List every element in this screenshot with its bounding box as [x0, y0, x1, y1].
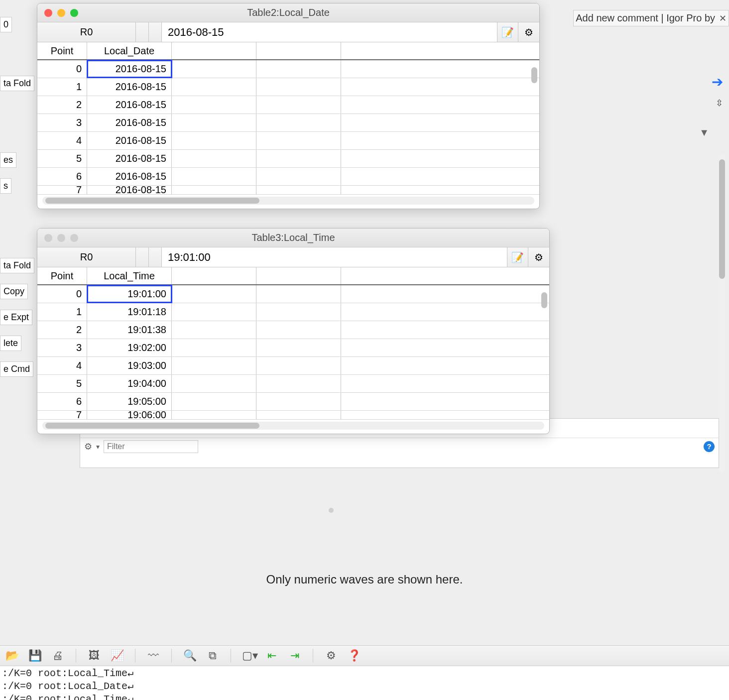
resize-knob[interactable]	[329, 508, 334, 513]
picture-icon[interactable]: 🖼	[87, 649, 101, 662]
cell-blank[interactable]	[172, 78, 256, 96]
cell-value[interactable]: 2016-08-15	[87, 186, 172, 194]
row-index[interactable]: 2	[37, 96, 87, 114]
cell-value[interactable]: 19:03:00	[87, 357, 172, 374]
cell-blank[interactable]	[172, 60, 256, 78]
row-index[interactable]: 0	[37, 285, 87, 303]
row-index[interactable]: 2	[37, 321, 87, 339]
header-blank[interactable]	[341, 42, 539, 59]
scrollbar-thumb[interactable]	[45, 198, 259, 204]
formula-bar[interactable]: 19:01:00	[162, 247, 507, 267]
cell-value[interactable]: 19:01:00	[87, 285, 172, 303]
row-index[interactable]: 1	[37, 303, 87, 321]
cell-blank[interactable]	[172, 411, 256, 419]
cell-blank[interactable]	[172, 132, 256, 149]
cell-value[interactable]: 19:04:00	[87, 375, 172, 392]
cell-blank[interactable]	[341, 186, 539, 194]
cell-blank[interactable]	[256, 96, 341, 114]
cell-blank[interactable]	[341, 96, 539, 114]
back-icon[interactable]: ⇤	[265, 649, 279, 662]
cell-blank[interactable]	[256, 60, 341, 78]
horizontal-scrollbar[interactable]	[42, 422, 544, 430]
cell-blank[interactable]	[256, 375, 341, 392]
cell-blank[interactable]	[172, 303, 256, 321]
cell-blank[interactable]	[341, 303, 549, 321]
cell-blank[interactable]	[341, 375, 549, 392]
header-blank[interactable]	[256, 267, 341, 284]
left-button[interactable]: ta Fold	[0, 76, 34, 91]
cell-blank[interactable]	[256, 114, 341, 131]
cell-reference[interactable]: R0	[37, 22, 136, 42]
gear-icon[interactable]: ⚙	[528, 247, 549, 267]
left-button[interactable]: e Cmd	[0, 361, 33, 377]
scrollbar-thumb[interactable]	[719, 159, 725, 279]
cell-blank[interactable]	[172, 168, 256, 185]
cell-blank[interactable]	[256, 303, 341, 321]
close-window-icon[interactable]	[44, 234, 52, 242]
cell-blank[interactable]	[256, 168, 341, 185]
left-button[interactable]: 0	[0, 17, 12, 32]
header-point[interactable]: Point	[37, 42, 87, 59]
left-button[interactable]: Copy	[0, 284, 28, 299]
help-icon[interactable]: ?	[704, 441, 715, 452]
forward-arrow-icon[interactable]: ➔	[712, 74, 723, 90]
panel-icon[interactable]: ▢▾	[242, 649, 256, 662]
cell-blank[interactable]	[256, 411, 341, 419]
cell-blank[interactable]	[256, 357, 341, 374]
row-index[interactable]: 6	[37, 393, 87, 410]
stepper-icon[interactable]: ⇳	[716, 98, 723, 109]
header-blank[interactable]	[256, 42, 341, 59]
row-index[interactable]: 0	[37, 60, 87, 78]
minimize-window-icon[interactable]	[57, 9, 65, 17]
dropdown-icon[interactable]: ▾	[96, 443, 100, 451]
row-index[interactable]: 7	[37, 186, 87, 194]
cell-blank[interactable]	[256, 393, 341, 410]
cell-blank[interactable]	[341, 321, 549, 339]
cell-blank[interactable]	[172, 186, 256, 194]
background-tab[interactable]: Add new comment | Igor Pro by ✕	[573, 10, 729, 26]
help-icon[interactable]: ❓	[347, 649, 361, 662]
cell-blank[interactable]	[172, 357, 256, 374]
header-local-time[interactable]: Local_Time	[87, 267, 172, 284]
close-icon[interactable]: ✕	[719, 13, 727, 24]
left-button[interactable]: s	[0, 178, 11, 194]
print-icon[interactable]: 🖨	[51, 649, 65, 662]
cell-blank[interactable]	[172, 393, 256, 410]
cell-blank[interactable]	[172, 321, 256, 339]
header-blank[interactable]	[172, 267, 256, 284]
cell-blank[interactable]	[341, 114, 539, 131]
row-index[interactable]: 4	[37, 357, 87, 374]
row-index[interactable]: 7	[37, 411, 87, 419]
cell-value[interactable]: 2016-08-15	[87, 60, 172, 78]
forward-icon[interactable]: ⇥	[288, 649, 302, 662]
header-local-date[interactable]: Local_Date	[87, 42, 172, 59]
cell-blank[interactable]	[341, 339, 549, 356]
left-button[interactable]: es	[0, 152, 16, 168]
cell-blank[interactable]	[341, 357, 549, 374]
cell-blank[interactable]	[341, 132, 539, 149]
cell-blank[interactable]	[256, 321, 341, 339]
cell-value[interactable]: 19:05:00	[87, 393, 172, 410]
cell-blank[interactable]	[172, 150, 256, 167]
gear-icon[interactable]: ⚙	[518, 22, 539, 42]
cell-blank[interactable]	[172, 114, 256, 131]
row-index[interactable]: 4	[37, 132, 87, 149]
inspect-icon[interactable]: 🔍	[183, 649, 197, 662]
cell-blank[interactable]	[172, 285, 256, 303]
cell-blank[interactable]	[341, 393, 549, 410]
left-button[interactable]: e Expt	[0, 310, 32, 325]
vertical-scrollbar[interactable]	[719, 154, 725, 473]
cell-value[interactable]: 2016-08-15	[87, 96, 172, 114]
edit-icon[interactable]: 📝	[507, 247, 528, 267]
close-window-icon[interactable]	[44, 9, 52, 17]
edit-icon[interactable]: 📝	[497, 22, 518, 42]
gear-icon[interactable]: ⚙	[84, 441, 92, 452]
row-index[interactable]: 1	[37, 78, 87, 96]
horizontal-scrollbar[interactable]	[42, 197, 534, 205]
titlebar[interactable]: Table3:Local_Time	[37, 229, 549, 247]
cell-blank[interactable]	[341, 411, 549, 419]
cell-value[interactable]: 2016-08-15	[87, 150, 172, 167]
cell-blank[interactable]	[341, 60, 539, 78]
window-icon[interactable]: ⧉	[206, 649, 220, 662]
vertical-scrollbar-thumb[interactable]	[541, 292, 547, 308]
